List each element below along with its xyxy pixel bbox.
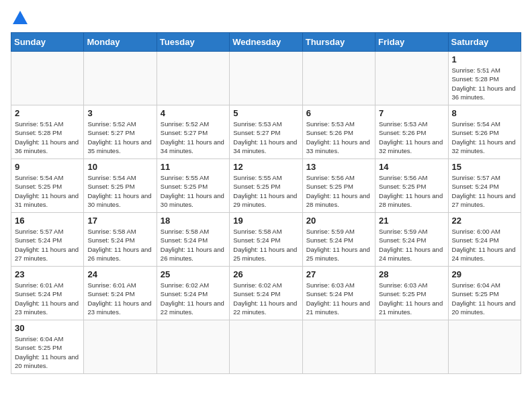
- day-number: 9: [15, 162, 80, 172]
- day-cell: 21Sunrise: 5:59 AM Sunset: 5:24 PM Dayli…: [375, 213, 448, 267]
- day-cell: [11, 52, 84, 105]
- day-cell: [302, 320, 375, 374]
- day-number: 11: [161, 162, 226, 172]
- day-info: Sunrise: 5:58 AM Sunset: 5:24 PM Dayligh…: [233, 227, 298, 263]
- day-cell: [230, 52, 302, 105]
- day-number: 7: [379, 108, 444, 118]
- day-info: Sunrise: 6:04 AM Sunset: 5:25 PM Dayligh…: [15, 334, 80, 370]
- day-cell: [448, 320, 521, 374]
- day-cell: [230, 320, 302, 374]
- day-number: 19: [233, 216, 298, 226]
- day-number: 10: [87, 162, 152, 172]
- day-cell: [375, 320, 448, 374]
- day-cell: 12Sunrise: 5:55 AM Sunset: 5:25 PM Dayli…: [230, 159, 302, 213]
- day-cell: [84, 52, 157, 105]
- day-cell: 22Sunrise: 6:00 AM Sunset: 5:24 PM Dayli…: [448, 213, 521, 267]
- day-cell: 10Sunrise: 5:54 AM Sunset: 5:25 PM Dayli…: [84, 159, 157, 213]
- week-row-2: 9Sunrise: 5:54 AM Sunset: 5:25 PM Daylig…: [11, 159, 521, 213]
- day-number: 2: [15, 108, 80, 118]
- day-number: 21: [379, 216, 444, 226]
- header-sunday: Sunday: [11, 33, 84, 52]
- day-cell: 16Sunrise: 5:57 AM Sunset: 5:24 PM Dayli…: [11, 213, 84, 267]
- day-cell: 11Sunrise: 5:55 AM Sunset: 5:25 PM Dayli…: [157, 159, 229, 213]
- day-cell: 6Sunrise: 5:53 AM Sunset: 5:26 PM Daylig…: [302, 105, 375, 159]
- day-cell: 15Sunrise: 5:57 AM Sunset: 5:24 PM Dayli…: [448, 159, 521, 213]
- day-cell: [375, 52, 448, 105]
- day-number: 18: [161, 216, 226, 226]
- day-cell: 1Sunrise: 5:51 AM Sunset: 5:28 PM Daylig…: [448, 52, 521, 105]
- day-cell: 2Sunrise: 5:51 AM Sunset: 5:28 PM Daylig…: [11, 105, 84, 159]
- day-cell: 30Sunrise: 6:04 AM Sunset: 5:25 PM Dayli…: [11, 320, 84, 374]
- day-info: Sunrise: 5:56 AM Sunset: 5:25 PM Dayligh…: [306, 173, 371, 209]
- logo: [11, 11, 28, 24]
- day-number: 20: [306, 216, 371, 226]
- day-number: 24: [87, 269, 152, 279]
- day-info: Sunrise: 5:59 AM Sunset: 5:24 PM Dayligh…: [306, 227, 371, 263]
- day-cell: 28Sunrise: 6:03 AM Sunset: 5:25 PM Dayli…: [375, 267, 448, 320]
- day-info: Sunrise: 6:03 AM Sunset: 5:24 PM Dayligh…: [306, 281, 371, 316]
- day-cell: [157, 320, 229, 374]
- day-number: 16: [15, 216, 80, 226]
- day-cell: 3Sunrise: 5:52 AM Sunset: 5:27 PM Daylig…: [84, 105, 157, 159]
- day-info: Sunrise: 5:51 AM Sunset: 5:28 PM Dayligh…: [15, 120, 80, 155]
- day-number: 13: [306, 162, 371, 172]
- header-monday: Monday: [84, 33, 157, 52]
- day-cell: 20Sunrise: 5:59 AM Sunset: 5:24 PM Dayli…: [302, 213, 375, 267]
- day-info: Sunrise: 5:58 AM Sunset: 5:24 PM Dayligh…: [161, 227, 226, 263]
- day-number: 23: [15, 269, 80, 279]
- day-number: 29: [452, 269, 517, 279]
- day-number: 5: [233, 108, 298, 118]
- day-number: 8: [452, 108, 517, 118]
- day-number: 26: [233, 269, 298, 279]
- day-cell: 29Sunrise: 6:04 AM Sunset: 5:25 PM Dayli…: [448, 267, 521, 320]
- day-info: Sunrise: 5:54 AM Sunset: 5:26 PM Dayligh…: [452, 120, 517, 155]
- week-row-4: 23Sunrise: 6:01 AM Sunset: 5:24 PM Dayli…: [11, 267, 521, 320]
- day-number: 17: [87, 216, 152, 226]
- week-row-1: 2Sunrise: 5:51 AM Sunset: 5:28 PM Daylig…: [11, 105, 521, 159]
- day-number: 28: [379, 269, 444, 279]
- day-info: Sunrise: 5:52 AM Sunset: 5:27 PM Dayligh…: [161, 120, 226, 155]
- day-cell: 25Sunrise: 6:02 AM Sunset: 5:24 PM Dayli…: [157, 267, 229, 320]
- day-number: 15: [452, 162, 517, 172]
- day-info: Sunrise: 5:53 AM Sunset: 5:26 PM Dayligh…: [379, 120, 444, 155]
- day-cell: 24Sunrise: 6:01 AM Sunset: 5:24 PM Dayli…: [84, 267, 157, 320]
- day-info: Sunrise: 5:54 AM Sunset: 5:25 PM Dayligh…: [87, 173, 152, 209]
- day-info: Sunrise: 5:55 AM Sunset: 5:25 PM Dayligh…: [233, 173, 298, 209]
- day-number: 6: [306, 108, 371, 118]
- day-info: Sunrise: 5:57 AM Sunset: 5:24 PM Dayligh…: [452, 173, 517, 209]
- day-number: 22: [452, 216, 517, 226]
- day-number: 25: [161, 269, 226, 279]
- week-row-0: 1Sunrise: 5:51 AM Sunset: 5:28 PM Daylig…: [11, 52, 521, 105]
- header-friday: Friday: [375, 33, 448, 52]
- header-saturday: Saturday: [448, 33, 521, 52]
- day-cell: 27Sunrise: 6:03 AM Sunset: 5:24 PM Dayli…: [302, 267, 375, 320]
- day-number: 12: [233, 162, 298, 172]
- day-number: 1: [452, 54, 517, 64]
- day-cell: 14Sunrise: 5:56 AM Sunset: 5:25 PM Dayli…: [375, 159, 448, 213]
- day-info: Sunrise: 6:00 AM Sunset: 5:24 PM Dayligh…: [452, 227, 517, 263]
- day-info: Sunrise: 6:02 AM Sunset: 5:24 PM Dayligh…: [161, 281, 226, 316]
- day-number: 27: [306, 269, 371, 279]
- day-cell: [84, 320, 157, 374]
- day-info: Sunrise: 5:51 AM Sunset: 5:28 PM Dayligh…: [452, 66, 517, 101]
- day-info: Sunrise: 5:53 AM Sunset: 5:27 PM Dayligh…: [233, 120, 298, 155]
- day-number: 14: [379, 162, 444, 172]
- day-info: Sunrise: 5:52 AM Sunset: 5:27 PM Dayligh…: [87, 120, 152, 155]
- header-thursday: Thursday: [302, 33, 375, 52]
- day-cell: 7Sunrise: 5:53 AM Sunset: 5:26 PM Daylig…: [375, 105, 448, 159]
- day-info: Sunrise: 6:02 AM Sunset: 5:24 PM Dayligh…: [233, 281, 298, 316]
- day-info: Sunrise: 6:01 AM Sunset: 5:24 PM Dayligh…: [87, 281, 152, 316]
- header-row: SundayMondayTuesdayWednesdayThursdayFrid…: [11, 33, 521, 52]
- svg-marker-0: [13, 11, 28, 24]
- day-cell: 9Sunrise: 5:54 AM Sunset: 5:25 PM Daylig…: [11, 159, 84, 213]
- day-info: Sunrise: 5:57 AM Sunset: 5:24 PM Dayligh…: [15, 227, 80, 263]
- logo-icon: [13, 11, 28, 24]
- header-wednesday: Wednesday: [230, 33, 302, 52]
- day-cell: 23Sunrise: 6:01 AM Sunset: 5:24 PM Dayli…: [11, 267, 84, 320]
- day-cell: [157, 52, 229, 105]
- day-number: 3: [87, 108, 152, 118]
- day-info: Sunrise: 5:56 AM Sunset: 5:25 PM Dayligh…: [379, 173, 444, 209]
- week-row-3: 16Sunrise: 5:57 AM Sunset: 5:24 PM Dayli…: [11, 213, 521, 267]
- day-cell: 4Sunrise: 5:52 AM Sunset: 5:27 PM Daylig…: [157, 105, 229, 159]
- day-info: Sunrise: 6:01 AM Sunset: 5:24 PM Dayligh…: [15, 281, 80, 316]
